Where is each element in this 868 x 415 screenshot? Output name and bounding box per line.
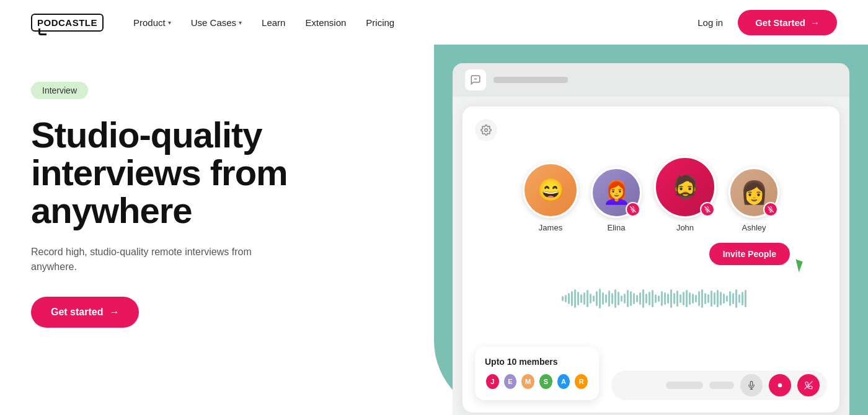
waveform-bar bbox=[745, 290, 746, 307]
waveform-bar bbox=[574, 289, 576, 308]
waveform-bar bbox=[661, 291, 663, 306]
nav-learn[interactable]: Learn bbox=[262, 17, 285, 28]
waveform-bar bbox=[624, 294, 626, 304]
james-face-icon: 😄 bbox=[537, 177, 565, 203]
end-call-button[interactable] bbox=[797, 374, 820, 396]
waveform-bar bbox=[571, 291, 573, 306]
waveform-bar bbox=[732, 293, 734, 304]
waveform-bar bbox=[735, 289, 737, 308]
mini-avatar-6: R bbox=[574, 373, 589, 390]
nav-pricing[interactable]: Pricing bbox=[366, 17, 394, 28]
svg-point-1 bbox=[485, 129, 488, 132]
hero-subtitle: Record high, studio-quality remote inter… bbox=[31, 245, 267, 274]
invite-people-button[interactable]: Invite People bbox=[709, 243, 790, 265]
waveform-bar bbox=[649, 292, 650, 305]
waveform-bar bbox=[676, 290, 678, 307]
mic-off-badge-john bbox=[700, 202, 715, 217]
mockup-app-icon bbox=[465, 69, 486, 90]
waveform-bar bbox=[680, 294, 681, 303]
participant-name-james: James bbox=[539, 223, 562, 232]
chevron-down-icon: ▾ bbox=[168, 19, 171, 26]
elina-face-icon: 👩‍🦰 bbox=[603, 180, 631, 206]
arrow-icon: → bbox=[810, 17, 820, 28]
mockup-title-bar bbox=[494, 77, 568, 83]
participants-row: 😄 James 👩‍🦰 bbox=[463, 156, 839, 232]
waveform-bar bbox=[729, 291, 731, 306]
waveform-bar bbox=[587, 290, 588, 307]
record-button[interactable] bbox=[769, 374, 791, 396]
waveform-bar bbox=[608, 290, 610, 307]
get-started-header-button[interactable]: Get Started → bbox=[738, 10, 837, 35]
progress-bar-1 bbox=[666, 382, 703, 389]
waveform-bar bbox=[723, 294, 725, 304]
microphone-button[interactable] bbox=[740, 374, 763, 396]
john-face-icon: 🧔 bbox=[671, 174, 699, 200]
participant-ashley: 👩 bbox=[728, 167, 779, 232]
nav-extension[interactable]: Extension bbox=[305, 17, 346, 28]
settings-button[interactable] bbox=[475, 119, 497, 141]
waveform-bar bbox=[686, 290, 688, 307]
waveform-bar bbox=[602, 292, 604, 305]
waveform-bar bbox=[742, 292, 743, 305]
waveform-bar bbox=[714, 292, 715, 305]
logo[interactable]: PODCASTLE bbox=[31, 14, 104, 32]
waveform-bar bbox=[698, 291, 700, 306]
avatar-wrapper-ashley: 👩 bbox=[728, 167, 779, 218]
mini-avatar-3: M bbox=[520, 373, 536, 390]
header: PODCASTLE Product ▾ Use Cases ▾ Learn Ex… bbox=[0, 0, 868, 45]
waveform-bar bbox=[562, 296, 564, 301]
waveform-bar bbox=[673, 293, 675, 304]
cursor-arrow-icon bbox=[792, 259, 802, 272]
get-started-button[interactable]: Get started → bbox=[31, 297, 139, 328]
mockup-inner-card: 😄 James 👩‍🦰 bbox=[463, 107, 839, 413]
mic-off-badge-elina bbox=[626, 202, 640, 217]
waveform-bar bbox=[683, 292, 684, 305]
participant-elina: 👩‍🦰 bbox=[591, 167, 642, 232]
members-count: Upto 10 members bbox=[485, 357, 589, 367]
member-avatars-list: J E M S A R bbox=[485, 373, 589, 390]
waveform-bar bbox=[599, 289, 601, 308]
arrow-icon: → bbox=[109, 307, 119, 318]
waveform-bar bbox=[633, 293, 635, 304]
waveform-bar bbox=[636, 295, 638, 302]
waveform-bar bbox=[692, 294, 694, 304]
mic-off-badge-ashley bbox=[763, 202, 778, 217]
hero-section: Interview Studio-quality interviews from… bbox=[31, 69, 378, 328]
waveform-bar bbox=[614, 289, 616, 308]
participant-name-elina: Elina bbox=[608, 223, 626, 232]
avatar-wrapper-james: 😄 bbox=[523, 162, 578, 218]
main-content: Interview Studio-quality interviews from… bbox=[0, 45, 868, 415]
participant-james: 😄 James bbox=[523, 162, 578, 232]
nav-use-cases[interactable]: Use Cases ▾ bbox=[191, 17, 242, 28]
waveform-bar bbox=[720, 292, 722, 305]
participant-john: 🧔 bbox=[654, 156, 716, 232]
waveform-bar bbox=[618, 292, 619, 305]
waveform-bar bbox=[652, 290, 653, 307]
waveform-bar bbox=[701, 289, 703, 308]
svg-point-13 bbox=[778, 383, 782, 388]
waveform-bar bbox=[596, 291, 598, 306]
waveform-bar bbox=[611, 293, 613, 304]
waveform-bar bbox=[658, 295, 660, 302]
waveform-bar bbox=[577, 292, 579, 305]
waveform-bar bbox=[664, 292, 666, 305]
waveform-bar bbox=[711, 290, 712, 307]
waveform-bar bbox=[565, 295, 567, 302]
logo-text: PODCASTLE bbox=[31, 14, 104, 32]
ashley-face-icon: 👩 bbox=[740, 180, 768, 206]
waveform-bar bbox=[670, 289, 672, 308]
waveform-bar bbox=[605, 294, 607, 303]
login-button[interactable]: Log in bbox=[698, 17, 723, 28]
controls-bar bbox=[611, 370, 827, 400]
waveform-bar bbox=[568, 293, 570, 304]
mini-avatar-1: J bbox=[485, 373, 500, 390]
waveform-bar bbox=[621, 295, 622, 302]
avatar-wrapper-elina: 👩‍🦰 bbox=[591, 167, 642, 218]
waveform-bar bbox=[717, 290, 719, 307]
waveform-bar bbox=[642, 289, 644, 308]
waveform-bar bbox=[627, 290, 629, 307]
nav-product[interactable]: Product ▾ bbox=[133, 17, 171, 28]
waveform-bar bbox=[583, 292, 585, 305]
members-card: Upto 10 members J E M S A R bbox=[475, 347, 599, 400]
mockup-body: 😄 James 👩‍🦰 bbox=[453, 97, 849, 415]
